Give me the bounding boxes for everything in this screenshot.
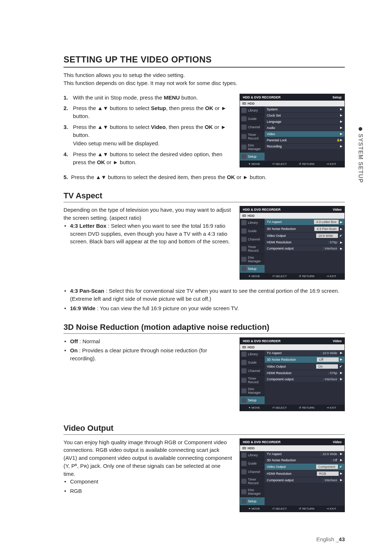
osd-corner: Setup <box>332 96 342 99</box>
osd-side-item: Guide <box>240 115 265 123</box>
menu-icon <box>241 469 246 474</box>
menu-icon <box>241 461 246 466</box>
arrow-right-icon: ▶ <box>340 227 342 231</box>
menu-icon <box>241 360 246 365</box>
osd-title: HDD & DVD RECORDER <box>243 208 281 211</box>
osd-foot-hint: ⏎ SELECT <box>272 275 287 278</box>
osd-side-item: Channel <box>240 123 265 131</box>
osd-side-item: Library <box>240 451 265 459</box>
arrow-right-icon: ▶ <box>340 241 342 244</box>
menu-icon <box>241 108 246 113</box>
osd-foot-hint: ↺ RETURN <box>299 275 314 278</box>
lock-icon: 🔒 <box>336 138 340 142</box>
menu-icon <box>241 378 246 383</box>
osd-subheader: 📼HDD <box>240 101 344 106</box>
osd-side-item: Timer Record <box>240 244 265 254</box>
arrow-right-icon: ▶ <box>340 377 342 381</box>
arrow-right-icon: ▶ <box>340 358 342 361</box>
menu-icon <box>241 453 246 458</box>
video-output-options: Component RGB <box>64 478 233 495</box>
osd-menu-row: Video Output16:9 Wide✔ <box>265 232 344 239</box>
osd-subheader: 📼HDD <box>240 344 344 350</box>
menu-icon <box>241 499 246 504</box>
arrow-right-icon: ▶ <box>340 145 342 148</box>
hdd-icon: 📼 <box>242 214 246 218</box>
check-icon: ✔ <box>339 234 342 238</box>
osd-side-item: Disc Manager <box>240 254 265 265</box>
menu-icon <box>241 352 246 357</box>
menu-icon <box>241 266 246 271</box>
osd-foot-hint: ↺ RETURN <box>299 507 314 510</box>
osd-side-item: Library <box>240 350 265 359</box>
osd-foot-hint: ✦ MOVE <box>248 406 260 409</box>
osd-title: HDD & DVD RECORDER <box>243 440 281 444</box>
osd-screenshot-video-output: HDD & DVD RECORDERVideo📼HDDLibraryGuideC… <box>240 438 345 514</box>
osd-side-item: Guide <box>240 459 265 468</box>
arrow-right-icon: ▶ <box>340 458 342 462</box>
page-title: SETTING UP THE VIDEO OPTIONS <box>64 54 345 68</box>
menu-icon <box>241 125 246 130</box>
page-footer: English _43 <box>64 536 345 542</box>
osd-menu-row: Parental Lock🔒▶ <box>265 137 344 143</box>
arrow-right-icon: ▶ <box>340 351 342 355</box>
osd-foot-hint: ✦ MOVE <box>248 162 260 166</box>
osd-side-item: Timer Record <box>240 131 265 142</box>
osd-menu-row: 3D Noise ReductionOff▶ <box>265 356 344 363</box>
osd-menu-row: HDMI Resolution: 576p▶ <box>265 370 344 376</box>
arrow-right-icon: ▶ <box>340 371 342 374</box>
check-icon: ✔ <box>339 365 342 368</box>
side-tab-label: SYSTEM SETUP <box>358 134 364 183</box>
osd-side-item: Disc Manager <box>240 487 265 497</box>
osd-menu-row: HDMI Resolution: 576p▶ <box>265 239 344 246</box>
osd-menu-row: 3D Noise Reduction: Off▶ <box>265 457 344 463</box>
osd-side-item: Guide <box>240 227 265 235</box>
osd-menu-row: Language▶ <box>265 119 344 125</box>
osd-foot-hint: ⇥ EXIT <box>326 406 336 409</box>
osd-foot-hint: ✦ MOVE <box>248 507 260 510</box>
noise-options: Off : Normal On : Provides a clear pictu… <box>64 337 233 362</box>
arrow-right-icon: ▶ <box>340 120 342 123</box>
osd-foot-hint: ✦ MOVE <box>248 275 260 278</box>
arrow-right-icon: ▶ <box>340 126 342 129</box>
menu-icon <box>241 220 246 225</box>
osd-side-item: Channel <box>240 468 265 476</box>
osd-side-item: Timer Record <box>240 375 265 386</box>
hdd-icon: 📼 <box>242 345 246 349</box>
osd-subheader: 📼HDD <box>240 213 344 219</box>
osd-side-item: Timer Record <box>240 476 265 487</box>
osd-menu-row: Video▶ <box>265 131 344 137</box>
osd-foot-hint: ⏎ SELECT <box>272 507 287 510</box>
osd-menu-row: Component output: Interlace▶ <box>265 477 344 483</box>
osd-screenshot-tv-aspect: HDD & DVD RECORDERVideo📼HDDLibraryGuideC… <box>240 206 345 282</box>
osd-menu-row: Component output: Interlace▶ <box>265 246 344 252</box>
osd-foot-hint: ⏎ SELECT <box>272 406 287 409</box>
osd-menu-row: Component output: Interlace▶ <box>265 376 344 382</box>
arrow-right-icon: ▶ <box>340 114 342 117</box>
osd-menu-row: Clock Set▶ <box>265 113 344 119</box>
osd-side-item: Channel <box>240 235 265 244</box>
osd-corner: Video <box>333 208 342 211</box>
osd-side-item: Setup <box>240 497 265 506</box>
osd-foot-hint: ⇥ EXIT <box>326 275 336 278</box>
menu-icon <box>241 368 246 373</box>
osd-menu-row: 3D Noise Reduction4:3 Pan-Scan▶ <box>265 226 344 232</box>
intro-text: This function allows you to setup the vi… <box>64 71 345 87</box>
osd-corner: Video <box>333 339 342 343</box>
tv-aspect-options-cont: 4:3 Pan-Scan : Select this for conventio… <box>64 287 345 312</box>
menu-icon <box>241 489 246 494</box>
osd-menu-row: HDMI ResolutionRGB▶ <box>265 470 344 477</box>
osd-foot-hint: ⇥ EXIT <box>326 162 336 166</box>
steps-list: With the unit in Stop mode, press the ME… <box>64 94 233 166</box>
arrow-right-icon: ▶ <box>340 478 342 482</box>
menu-icon <box>241 398 246 403</box>
tv-aspect-desc: Depending on the type of television you … <box>64 206 233 222</box>
heading-3d-noise: 3D Noise Reduction (motion adaptive nois… <box>64 323 345 334</box>
heading-tv-aspect: TV Aspect <box>64 191 345 202</box>
osd-foot-hint: ↺ RETURN <box>299 406 314 409</box>
tv-aspect-options: 4:3 Letter Box : Select when you want to… <box>64 222 233 246</box>
menu-icon <box>241 246 246 251</box>
section-side-tab: SYSTEM SETUP <box>357 127 364 183</box>
menu-icon <box>241 116 246 121</box>
menu-icon <box>241 154 246 159</box>
osd-subheader: 📼HDD <box>240 445 344 451</box>
